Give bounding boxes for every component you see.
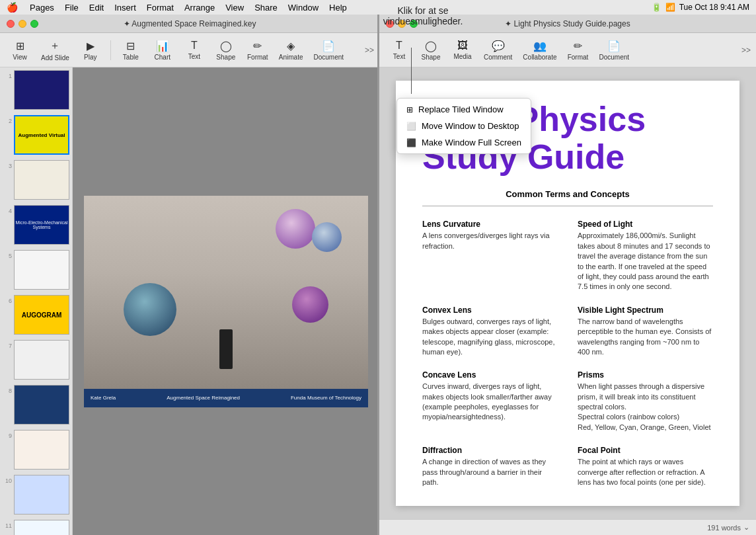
term-diffraction: Diffraction A change in direction of wav…: [422, 446, 558, 487]
keynote-titlebar: ✦ Augmented Space Reimagined.key: [0, 15, 379, 33]
slide-8[interactable]: 8: [0, 382, 72, 427]
toolbar-divider-1: [110, 40, 111, 60]
pages-toolbar-format[interactable]: ✏ Format: [564, 38, 593, 62]
menu-format[interactable]: Format: [141, 3, 179, 13]
menu-pages[interactable]: Pages: [24, 3, 59, 13]
menu-file[interactable]: File: [59, 3, 84, 13]
replace-tiled-label: Replace Tiled Window: [418, 104, 504, 114]
toolbar-add-slide[interactable]: ＋ Add Slide: [37, 38, 73, 63]
fullscreen-button[interactable]: [30, 20, 38, 28]
toolbar-play[interactable]: ▶ Play: [76, 38, 105, 62]
pages-format-icon: ✏: [574, 40, 582, 52]
term-title: Speed of Light: [578, 220, 713, 229]
chart-label: Chart: [155, 54, 170, 61]
sphere-2: [312, 222, 342, 252]
pages-toolbar-document[interactable]: 📄 Document: [595, 38, 634, 62]
menu-window[interactable]: Window: [283, 3, 324, 13]
minimize-button[interactable]: [19, 20, 26, 28]
menu-share[interactable]: Share: [249, 3, 283, 13]
term-def: The point at which rays or waves converg…: [578, 457, 713, 487]
shape-icon: ◯: [220, 40, 232, 52]
slide-4[interactable]: 4 Micro-Electro-Mechanical Systems: [0, 202, 72, 247]
pages-toolbar: T Text ◯ Shape 🖼 Media 💬 Comment 👥 Colla…: [379, 33, 756, 67]
toolbar-document[interactable]: 📄 Document: [310, 38, 348, 62]
slide-5[interactable]: 5: [0, 247, 72, 292]
slide-9[interactable]: 9: [0, 427, 72, 472]
menu-edit[interactable]: Edit: [84, 3, 109, 13]
slide-11[interactable]: 11: [0, 517, 72, 535]
word-count-chevron[interactable]: ⌄: [743, 523, 749, 532]
slide-2[interactable]: 2 Augmented Virtual: [0, 112, 72, 157]
keynote-title: ✦ Augmented Space Reimagined.key: [124, 19, 256, 28]
doc-divider: [422, 206, 713, 206]
slide-room: [84, 196, 368, 389]
pages-document-icon: 📄: [607, 40, 621, 52]
full-screen-label: Make Window Full Screen: [422, 138, 521, 147]
menu-view[interactable]: View: [220, 3, 249, 13]
replace-tiled-icon: ⊞: [406, 105, 413, 114]
document-label: Document: [314, 54, 344, 61]
slide-6[interactable]: 6 AUGOGRAM: [0, 292, 72, 337]
full-screen-icon: ⬛: [406, 138, 416, 147]
view-label: View: [13, 54, 27, 61]
pages-toolbar-collaborate[interactable]: 👥 Collaborate: [519, 38, 560, 62]
text-label: Text: [188, 53, 200, 60]
menu-item-full-screen[interactable]: ⬛ Make Window Full Screen: [397, 134, 531, 151]
wifi-icon: 📶: [665, 3, 675, 12]
keynote-toolbar: ⊞ View ＋ Add Slide ▶ Play ⊟ Table 📊 Char…: [0, 33, 379, 67]
play-label: Play: [84, 54, 96, 61]
resize-handle[interactable]: [377, 15, 379, 535]
chart-icon: 📊: [156, 40, 169, 52]
slide-canvas: Kate Grela Augmented Space Reimagined Fu…: [73, 67, 379, 535]
pages-toolbar-text[interactable]: T Text: [385, 38, 414, 62]
pages-toolbar-overflow[interactable]: >>: [741, 46, 751, 55]
shape-label: Shape: [216, 54, 235, 61]
pages-text-icon: T: [396, 40, 402, 52]
term-prisms: Prisms When light passes through a dispe…: [578, 370, 713, 432]
toolbar-text[interactable]: T Text: [180, 38, 209, 62]
toolbar-overflow[interactable]: >>: [365, 46, 374, 55]
menu-insert[interactable]: Insert: [109, 3, 141, 13]
toolbar-view[interactable]: ⊞ View: [5, 38, 34, 62]
slide-3[interactable]: 3: [0, 157, 72, 202]
main-slide-view: Kate Grela Augmented Space Reimagined Fu…: [84, 196, 368, 407]
slide-7[interactable]: 7: [0, 337, 72, 382]
menu-help[interactable]: Help: [324, 3, 352, 13]
add-slide-label: Add Slide: [41, 54, 69, 62]
menu-item-move-to-desktop[interactable]: ⬜ Move Window to Desktop: [397, 118, 531, 134]
pages-toolbar-media[interactable]: 🖼 Media: [448, 38, 477, 62]
table-label: Table: [123, 54, 139, 61]
animate-label: Animate: [279, 54, 303, 61]
window-options-dropdown: ⊞ Replace Tiled Window ⬜ Move Window to …: [397, 98, 531, 154]
slide-1[interactable]: 1: [0, 67, 72, 112]
term-title: Concave Lens: [422, 370, 558, 380]
move-to-desktop-icon: ⬜: [406, 122, 416, 131]
traffic-lights: [0, 20, 38, 28]
clock: Tue Oct 18 9:41 AM: [679, 3, 749, 12]
pages-media-label: Media: [453, 53, 471, 60]
slide-10[interactable]: 10: [0, 472, 72, 517]
term-def: A change in direction of waves as they p…: [422, 457, 558, 487]
pages-toolbar-comment[interactable]: 💬 Comment: [480, 38, 516, 62]
toolbar-format[interactable]: ✏ Format: [243, 38, 272, 62]
term-title: Prisms: [578, 370, 713, 380]
toolbar-table[interactable]: ⊟ Table: [116, 38, 145, 62]
close-button[interactable]: [7, 20, 15, 28]
apple-menu[interactable]: 🍎: [0, 2, 24, 13]
footer-left: Kate Grela: [91, 395, 116, 401]
pages-comment-label: Comment: [484, 54, 512, 61]
term-def: A lens converges/diverges light rays via…: [422, 231, 558, 251]
word-count: 191 words: [707, 524, 741, 532]
menu-arrange[interactable]: Arrange: [179, 3, 220, 13]
toolbar-shape[interactable]: ◯ Shape: [211, 38, 241, 62]
pages-shape-icon: ◯: [425, 40, 437, 52]
term-title: Diffraction: [422, 446, 558, 455]
sphere-4: [292, 286, 328, 323]
pages-toolbar-shape[interactable]: ◯ Shape: [416, 38, 445, 62]
toolbar-animate[interactable]: ◈ Animate: [275, 38, 307, 62]
sphere-3: [124, 283, 176, 336]
menu-item-replace-tiled[interactable]: ⊞ Replace Tiled Window: [397, 101, 531, 118]
term-title: Focal Point: [578, 446, 713, 455]
pages-text-label: Text: [393, 53, 405, 60]
toolbar-chart[interactable]: 📊 Chart: [148, 38, 177, 62]
